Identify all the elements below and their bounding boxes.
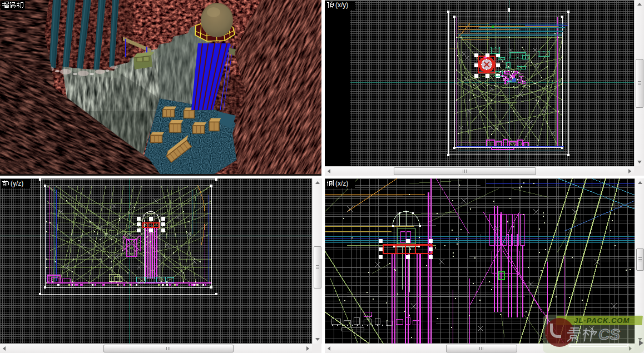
- svg-text:(x/y): (x/y): [335, 1, 348, 9]
- svg-text:(x/z): (x/z): [335, 180, 348, 187]
- svg-text:(y/z): (y/z): [11, 180, 23, 187]
